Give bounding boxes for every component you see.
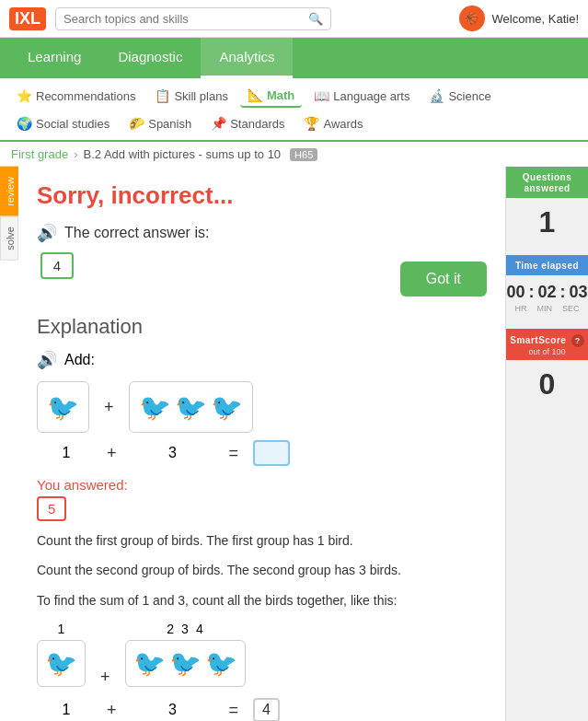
spanish-icon: 🌮 <box>129 116 144 131</box>
subnav-skill-plans[interactable]: 📋 Skill plans <box>147 85 236 107</box>
breadcrumb-separator: › <box>74 147 77 161</box>
correct-answer-row: 🔊 The correct answer is: <box>37 223 487 243</box>
time-elapsed-label: Time elapsed <box>510 261 584 272</box>
subnav-math[interactable]: 📐 Math <box>240 84 302 108</box>
time-colon2: : <box>560 283 566 302</box>
explanation-line-3: To find the sum of 1 and 3, count all th… <box>37 590 487 611</box>
plus-op: + <box>98 398 120 417</box>
bird-group-numbered-1: 1 🐦 <box>37 622 86 687</box>
smart-score-info-icon: ? <box>571 334 584 347</box>
num-op: + <box>101 444 122 463</box>
sub-nav: ⭐ Recommendations 📋 Skill plans 📐 Math 📖… <box>0 78 588 142</box>
subnav-spanish[interactable]: 🌮 Spanish <box>121 112 199 134</box>
time-elapsed-section: Time elapsed <box>506 255 588 275</box>
awards-icon: 🏆 <box>304 116 319 131</box>
bird-num-4: 4 <box>196 622 203 636</box>
content-area: Sorry, incorrect... 🔊 The correct answer… <box>18 167 505 721</box>
smart-score-sublabel: out of 100 <box>510 347 584 356</box>
skill-plans-icon: 📋 <box>155 88 170 103</box>
bird-disp-2c: 🐦 <box>205 648 237 679</box>
numbers-row-2: 1 + 3 = 4 <box>37 698 487 721</box>
welcome-text: Welcome, Katie! <box>492 12 579 26</box>
bird-2a: 🐦 <box>139 392 171 423</box>
search-icon: 🔍 <box>308 12 323 26</box>
bird-equation-row: 🐦 + 🐦 🐦 🐦 <box>37 381 487 433</box>
bird-disp-2b: 🐦 <box>169 648 202 679</box>
smart-score-value: 0 <box>506 360 588 409</box>
questions-answered-value: 1 <box>506 198 588 247</box>
user-answer-value: 5 <box>37 496 66 521</box>
tab-diagnostic[interactable]: Diagnostic <box>99 38 201 78</box>
add-sound-icon[interactable]: 🔊 <box>37 350 57 370</box>
correct-answer-label: The correct answer is: <box>64 225 209 241</box>
num2: 3 <box>132 445 214 461</box>
bird-group-2: 🐦 🐦 🐦 <box>129 381 253 433</box>
breadcrumb-grade[interactable]: First grade <box>11 147 68 161</box>
main-layout: review solve Sorry, incorrect... 🔊 The c… <box>0 167 588 721</box>
bird-num-3: 3 <box>181 622 189 636</box>
correct-answer-value: 4 <box>40 252 74 279</box>
bird-box-2: 🐦 🐦 🐦 <box>125 640 246 687</box>
tab-learning[interactable]: Learning <box>9 38 99 78</box>
time-numbers: 00 : 02 : 03 <box>510 283 584 302</box>
time-sec: 03 <box>570 283 588 302</box>
subnav-awards[interactable]: 🏆 Awards <box>296 112 370 134</box>
social-studies-icon: 🌍 <box>17 116 32 131</box>
search-input[interactable] <box>63 12 303 26</box>
subnav-language-arts[interactable]: 📖 Language arts <box>306 85 417 107</box>
language-arts-icon: 📖 <box>314 88 329 103</box>
bird-num-2: 2 <box>167 622 174 636</box>
bird-box-1: 🐦 <box>37 640 86 687</box>
solve-tab[interactable]: solve <box>0 216 18 261</box>
bird-group-numbered-2: 2 3 4 🐦 🐦 🐦 <box>125 622 246 687</box>
num-eq: = <box>224 444 245 463</box>
recommendations-icon: ⭐ <box>17 88 32 103</box>
search-box[interactable]: 🔍 <box>55 7 331 30</box>
bird-nums-1: 1 <box>58 622 65 636</box>
side-panel: Questions answered 1 Time elapsed 00 : 0… <box>505 167 588 721</box>
num-eq-2: = <box>224 701 245 720</box>
min-label: MIN <box>536 304 552 313</box>
explanation-line-1: Count the first group of birds. The firs… <box>37 530 487 551</box>
subnav-recommendations[interactable]: ⭐ Recommendations <box>9 85 143 107</box>
subnav-science[interactable]: 🔬 Science <box>421 85 498 107</box>
sound-icon[interactable]: 🔊 <box>37 223 57 243</box>
incorrect-title: Sorry, incorrect... <box>37 181 487 210</box>
standards-icon: 📌 <box>211 116 226 131</box>
hr-label: HR <box>514 304 526 313</box>
top-bar: IXL 🔍 🏀 Welcome, Katie! <box>0 0 588 38</box>
review-tab[interactable]: review <box>0 167 18 216</box>
num-op-2: + <box>101 701 122 720</box>
bird-1: 🐦 <box>47 392 79 423</box>
num1: 1 <box>40 445 92 461</box>
questions-answered-label: Questions answered <box>510 172 584 194</box>
explanation-line-2: Count the second group of birds. The sec… <box>37 560 487 580</box>
math-icon: 📐 <box>248 87 263 102</box>
bird-2c: 🐦 <box>211 392 243 423</box>
subnav-social-studies[interactable]: 🌍 Social studies <box>9 112 117 134</box>
breadcrumb-skill: B.2 Add with pictures - sums up to 10 <box>83 147 281 161</box>
subnav-standards[interactable]: 📌 Standards <box>203 112 292 134</box>
bird-nums-2: 2 3 4 <box>167 622 202 636</box>
tab-analytics[interactable]: Analytics <box>201 38 293 78</box>
you-answered-label: You answered: <box>37 477 487 493</box>
time-colon1: : <box>528 283 534 302</box>
bird-disp-1: 🐦 <box>45 649 77 678</box>
questions-answered-section: Questions answered <box>506 167 588 198</box>
avatar: 🏀 <box>459 6 485 31</box>
time-labels: HR MIN SEC <box>510 304 584 313</box>
skill-badge: H65 <box>290 148 317 161</box>
separator-2 <box>506 324 588 325</box>
science-icon: 🔬 <box>429 88 444 103</box>
plus-op-2: + <box>95 668 116 687</box>
bird-group-1: 🐦 <box>37 381 89 433</box>
answer-correct-display: 4 <box>253 698 280 721</box>
got-it-button[interactable]: Got it <box>400 262 487 297</box>
numbers-row: 1 + 3 = <box>37 440 487 466</box>
add-label: Add: <box>64 352 95 368</box>
side-tabs: review solve <box>0 167 18 721</box>
separator-1 <box>506 250 588 251</box>
bird-num-1: 1 <box>58 622 65 636</box>
smart-score-label: SmartScore ? <box>510 334 584 347</box>
logo: IXL <box>9 7 46 30</box>
